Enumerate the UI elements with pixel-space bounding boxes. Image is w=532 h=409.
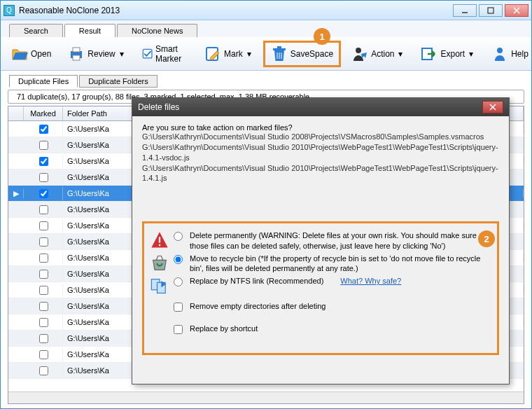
svg-rect-6 [73, 55, 80, 60]
titlebar[interactable]: Q Reasonable NoClone 2013 [1, 1, 531, 20]
folder-open-icon [11, 46, 28, 62]
row-mark-checkbox[interactable] [39, 237, 48, 247]
tab-search[interactable]: Search [9, 24, 63, 37]
edit-icon [204, 46, 221, 62]
label-ntfs-link: Replace by NTFS link (Recommended)What? … [190, 276, 401, 286]
minimize-button[interactable] [453, 4, 477, 17]
close-button[interactable] [505, 4, 528, 17]
svg-rect-7 [143, 49, 152, 58]
why-safe-link[interactable]: What? Why safe? [340, 277, 401, 285]
row-mark-checkbox[interactable] [39, 221, 48, 230]
col-selector[interactable] [8, 106, 24, 120]
window-title: Reasonable NoClone 2013 [19, 6, 120, 15]
help-button[interactable]: Help ▾ [485, 42, 532, 66]
h-scrollbar[interactable] [8, 391, 524, 403]
row-mark-checkbox[interactable] [39, 125, 48, 134]
svg-point-14 [356, 48, 361, 53]
label-delete-permanent: Delete permanently (WARNING: Delete file… [190, 230, 491, 251]
dialog-title: Delete files [138, 102, 179, 112]
svg-rect-5 [73, 48, 80, 52]
toolbar: Open Review ▾ Smart Marker Mark ▾ SaveSp… [1, 37, 531, 71]
user-help-icon [491, 46, 508, 62]
row-mark-checkbox[interactable] [39, 141, 48, 150]
row-mark-checkbox[interactable] [39, 318, 48, 327]
chk-shortcut[interactable] [174, 325, 183, 334]
tab-news[interactable]: NoClone News [117, 24, 197, 37]
row-mark-checkbox[interactable] [39, 350, 48, 359]
action-button[interactable]: Action ▾ [345, 42, 410, 66]
link-files-icon [150, 276, 169, 296]
label-remove-empty: Remove empty directories after deleting [190, 301, 326, 311]
row-mark-checkbox[interactable] [39, 286, 48, 295]
open-button[interactable]: Open [5, 42, 57, 66]
trash-icon [271, 46, 288, 62]
svg-rect-1 [488, 8, 493, 13]
label-shortcut: Replace by shortcut [190, 324, 258, 333]
delete-files-dialog: Delete files Are you sure to take action… [132, 97, 510, 384]
callout-badge-1: 1 [314, 28, 330, 45]
row-mark-checkbox[interactable] [39, 189, 48, 198]
svg-rect-10 [277, 46, 281, 48]
row-mark-checkbox[interactable] [39, 334, 48, 343]
dialog-titlebar[interactable]: Delete files [132, 98, 509, 116]
svg-rect-20 [159, 244, 160, 246]
export-button[interactable]: Export ▾ [414, 42, 481, 66]
row-mark-checkbox[interactable] [39, 157, 48, 166]
check-icon [142, 46, 153, 62]
radio-delete-permanent[interactable] [174, 232, 183, 241]
dialog-prompt: Are you sure to take action on marked fi… [142, 123, 499, 132]
row-mark-checkbox[interactable] [39, 366, 48, 375]
row-mark-checkbox[interactable] [39, 254, 48, 263]
row-mark-checkbox[interactable] [39, 173, 48, 182]
col-path[interactable]: Folder Path [63, 106, 136, 120]
smart-marker-button[interactable]: Smart Marker [136, 41, 194, 67]
savespace-button[interactable]: SaveSpace [263, 41, 341, 67]
tab-dup-folders[interactable]: Duplicate Folders [79, 75, 158, 88]
chevron-down-icon: ▾ [246, 49, 253, 59]
radio-ntfs-link[interactable] [174, 277, 183, 286]
user-action-icon [351, 46, 368, 62]
chevron-down-icon: ▾ [118, 49, 125, 59]
recycle-icon [150, 254, 169, 273]
delete-options-panel: Delete permanently (WARNING: Delete file… [142, 221, 499, 355]
svg-rect-19 [159, 237, 160, 243]
radio-recycle-bin[interactable] [174, 255, 183, 264]
row-mark-checkbox[interactable] [39, 302, 48, 311]
printer-icon [68, 46, 85, 62]
dialog-file-list: G:\Users\Kathryn\Documents\Visual Studio… [142, 132, 499, 183]
svg-point-16 [497, 48, 503, 53]
main-tabs: Search Result NoClone News [1, 20, 531, 37]
mark-button[interactable]: Mark ▾ [198, 42, 259, 66]
tab-result[interactable]: Result [64, 24, 115, 37]
label-recycle-bin: Move to recycle bin (*If the property of… [190, 254, 491, 274]
chevron-down-icon: ▾ [468, 49, 475, 59]
row-mark-checkbox[interactable] [39, 205, 48, 214]
maximize-button[interactable] [479, 4, 503, 17]
export-icon [421, 46, 438, 62]
chk-remove-empty[interactable] [174, 303, 183, 312]
dialog-body: Are you sure to take action on marked fi… [132, 116, 509, 384]
tab-dup-files[interactable]: Duplicate Files [9, 75, 78, 88]
app-icon: Q [4, 5, 15, 16]
callout-badge-2: 2 [478, 230, 495, 247]
sub-tabs: Duplicate Files Duplicate Folders [1, 71, 531, 88]
review-button[interactable]: Review ▾ [62, 42, 131, 66]
warning-icon [150, 230, 169, 250]
chevron-down-icon: ▾ [397, 49, 404, 59]
dialog-close-button[interactable] [482, 101, 503, 113]
col-marked[interactable]: Marked [24, 106, 63, 120]
row-mark-checkbox[interactable] [39, 270, 48, 279]
svg-rect-9 [273, 48, 286, 50]
